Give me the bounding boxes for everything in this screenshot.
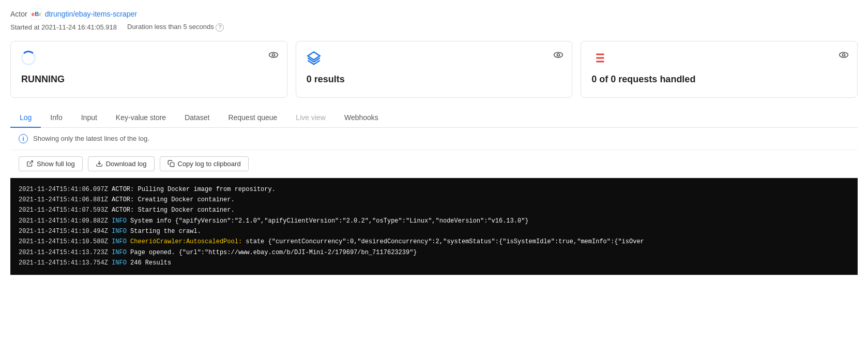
- svg-point-6: [840, 52, 848, 57]
- download-log-button[interactable]: Download log: [88, 156, 155, 171]
- svg-point-3: [554, 52, 563, 57]
- external-link-icon: [26, 160, 34, 167]
- copy-log-label: Copy log to clipboard: [178, 160, 241, 168]
- svg-line-14: [29, 161, 33, 164]
- results-value: 0 results: [307, 74, 562, 85]
- show-full-log-button[interactable]: Show full log: [19, 156, 83, 171]
- results-card: 0 results: [296, 41, 573, 98]
- actor-label: Actor: [10, 10, 27, 18]
- actor-meta: Started at 2021-11-24 16:41:05.918 Durat…: [10, 23, 858, 32]
- tab-webhooks[interactable]: Webhooks: [335, 108, 388, 128]
- tab-kv-store[interactable]: Key-value store: [106, 108, 175, 128]
- svg-point-2: [272, 53, 275, 56]
- copy-icon: [167, 160, 175, 167]
- log-scrollbar[interactable]: [10, 275, 858, 283]
- show-full-log-label: Show full log: [37, 160, 75, 168]
- running-spinner-icon: [21, 51, 277, 67]
- copy-log-button[interactable]: Copy log to clipboard: [160, 156, 249, 171]
- svg-point-7: [843, 53, 845, 56]
- list-icon: [591, 51, 847, 67]
- log-line: 2021-11-24T15:41:13.723Z INFO Page opene…: [19, 247, 849, 258]
- results-eye-button[interactable]: [553, 50, 564, 60]
- log-line: 2021-11-24T15:41:06.097Z ACTOR: Pulling …: [19, 184, 849, 195]
- tab-info[interactable]: Info: [41, 108, 71, 128]
- svg-text:eBay: eBay: [32, 11, 41, 17]
- log-line: 2021-11-24T15:41:13.754Z INFO 246 Result…: [19, 258, 849, 268]
- log-line: 2021-11-24T15:41:10.494Z INFO Starting t…: [19, 226, 849, 237]
- status-value: RUNNING: [21, 74, 277, 85]
- log-line: 2021-11-24T15:41:09.882Z INFO System inf…: [19, 216, 849, 226]
- requests-card: 0 of 0 requests handled: [581, 41, 858, 98]
- layers-icon: [307, 51, 562, 67]
- svg-rect-16: [170, 163, 174, 167]
- tab-log[interactable]: Log: [10, 108, 41, 128]
- tab-request-queue[interactable]: Request queue: [219, 108, 286, 128]
- duration-text: Duration less than 5 seconds ?: [127, 23, 224, 32]
- started-at: Started at 2021-11-24 16:41:05.918: [10, 23, 117, 31]
- help-icon[interactable]: ?: [216, 23, 224, 32]
- tab-live-view: Live view: [286, 108, 335, 128]
- log-info-banner: i Showing only the latest lines of the l…: [10, 128, 858, 150]
- download-icon: [96, 160, 103, 167]
- tab-input[interactable]: Input: [72, 108, 106, 128]
- status-card: RUNNING: [10, 41, 287, 98]
- log-line: 2021-11-24T15:41:06.881Z ACTOR: Creating…: [19, 195, 849, 205]
- cards-row: RUNNING 0 results: [10, 41, 858, 98]
- requests-value: 0 of 0 requests handled: [591, 74, 847, 85]
- log-output[interactable]: 2021-11-24T15:41:06.097Z ACTOR: Pulling …: [10, 178, 858, 275]
- log-actions: Show full log Download log Copy log to c…: [10, 150, 858, 178]
- log-line: 2021-11-24T15:41:10.580Z INFO CheerióCra…: [19, 237, 849, 247]
- info-circle-icon: i: [19, 134, 28, 143]
- svg-point-4: [557, 53, 560, 56]
- status-eye-button[interactable]: [268, 50, 279, 60]
- actor-link[interactable]: dtrungtin/ebay-items-scraper: [45, 10, 137, 18]
- tab-dataset[interactable]: Dataset: [175, 108, 219, 128]
- actor-logo: eBay: [31, 8, 42, 20]
- info-banner-text: Showing only the latest lines of the log…: [33, 135, 149, 142]
- download-log-label: Download log: [106, 160, 147, 168]
- requests-eye-button[interactable]: [839, 50, 849, 60]
- log-line: 2021-11-24T15:41:07.593Z ACTOR: Starting…: [19, 205, 849, 215]
- svg-point-1: [269, 52, 278, 57]
- tabs-bar: Log Info Input Key-value store Dataset R…: [10, 108, 858, 128]
- actor-header: Actor eBay dtrungtin/ebay-items-scraper: [10, 8, 858, 20]
